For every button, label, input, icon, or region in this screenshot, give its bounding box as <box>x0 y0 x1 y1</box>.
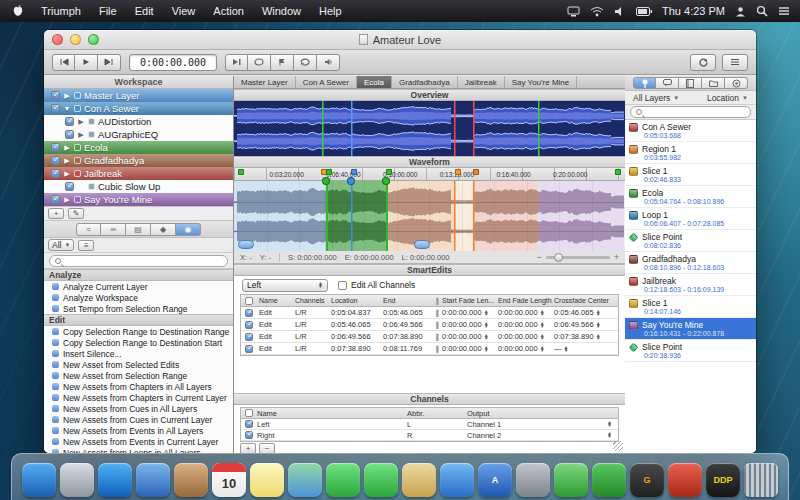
start-fade-cell[interactable]: 0:00:00.000▲▼ <box>442 320 498 329</box>
marker-list-item[interactable]: Gradfadhadya 0:08:10.896 - 0:12:18.603 <box>625 252 756 274</box>
edit-end[interactable]: 0:08:11.769 <box>383 344 435 353</box>
edit-end[interactable]: 0:05:46.065 <box>383 308 435 317</box>
dock-icon[interactable] <box>326 463 360 497</box>
edit-layer-button[interactable]: ✎ <box>68 208 84 219</box>
layers-filter-popup[interactable]: All Layers▼ <box>630 92 682 104</box>
dock-icon[interactable] <box>668 463 702 497</box>
disclosure-triangle-icon[interactable]: ▶ <box>77 131 85 139</box>
disclosure-triangle-icon[interactable]: ▶ <box>63 92 71 100</box>
marker-list-item[interactable]: Loop 1 0:06:06.407 - 0:07:28.085 <box>625 208 756 230</box>
command-item[interactable]: Copy Selection Range to Destination Rang… <box>44 326 233 337</box>
edit-checkbox[interactable] <box>245 333 253 341</box>
dock-icon[interactable] <box>22 463 56 497</box>
tab-con-a-sewer[interactable]: Con A Sewer <box>296 76 357 88</box>
command-item[interactable]: New Assets from Events in All Layers <box>44 425 233 436</box>
end-fade-cell[interactable]: 0:00:00.000▲▼ <box>498 320 554 329</box>
layer-checkbox[interactable] <box>51 169 60 178</box>
loop-handle-right[interactable] <box>414 240 430 249</box>
menu-item[interactable]: View <box>163 0 205 22</box>
dock-icon[interactable] <box>554 463 588 497</box>
command-item[interactable]: Set Tempo from Selection Range <box>44 303 233 314</box>
layer-tree-row[interactable]: Cubic Slow Up <box>44 180 233 193</box>
skip-forward-button[interactable] <box>98 54 121 71</box>
command-item[interactable]: New Assets from Cues in All Layers <box>44 403 233 414</box>
marker-flag-icon[interactable] <box>326 169 332 175</box>
marker-flag-icon[interactable] <box>615 169 621 175</box>
layer-tree-row[interactable]: ▼ Con A Sewer <box>44 102 233 115</box>
end-fade-cell[interactable]: 0:00:00.000▲▼ <box>498 308 554 317</box>
timeline-ruler[interactable]: 0:03:20.0000:06:40.0000:10:00.0000:13:20… <box>234 168 625 181</box>
zoom-in-icon[interactable]: + <box>614 252 619 262</box>
crossfade-cell[interactable]: —▲▼ <box>554 344 612 353</box>
volume-icon[interactable] <box>614 6 626 17</box>
tab-gradfadhadya[interactable]: Gradfadhadya <box>392 76 458 88</box>
waveform-mode-icon[interactable]: ≈ <box>76 223 101 236</box>
marker-button[interactable] <box>271 54 294 71</box>
marker-list-item[interactable]: Slice Point 0:08:02.836 <box>625 230 756 252</box>
end-fade-cell[interactable]: 0:00:00.000▲▼ <box>498 344 554 353</box>
smartedit-row[interactable]: Edit L/R 0:06:49.566 0:07:38.890 ▌ 0:00:… <box>241 331 618 343</box>
command-item[interactable]: New Asset from Selection Range <box>44 370 233 381</box>
display-icon[interactable] <box>567 6 580 17</box>
play-selection-button[interactable] <box>225 54 248 71</box>
speaker-button[interactable] <box>317 54 340 71</box>
layer-checkbox[interactable] <box>51 195 60 204</box>
dock-icon[interactable]: A <box>478 463 512 497</box>
minimize-button[interactable] <box>70 34 81 45</box>
layer-checkbox[interactable] <box>51 143 60 152</box>
command-item[interactable]: Copy Selection Range to Destination Star… <box>44 337 233 348</box>
add-layer-button[interactable]: + <box>48 208 64 219</box>
edit-location[interactable]: 0:06:49.566 <box>331 332 383 341</box>
remove-channel-button[interactable]: − <box>259 443 275 453</box>
spotlight-icon[interactable] <box>756 5 768 17</box>
tab-master-layer[interactable]: Master Layer <box>234 76 296 88</box>
edit-checkbox[interactable] <box>245 321 253 329</box>
tab-jailbreak[interactable]: Jailbreak <box>458 76 505 88</box>
cycle-button[interactable] <box>294 54 317 71</box>
marker-list-item[interactable]: Con A Sewer 0:05:03.668 <box>625 120 756 142</box>
crossfade-cell[interactable]: 0:05:46.065▲▼ <box>554 308 612 317</box>
playhead-handle[interactable] <box>347 177 355 185</box>
crossfade-cell[interactable]: 0:07:38.890▲▼ <box>554 332 612 341</box>
smartedit-row[interactable]: Edit L/R 0:05:46.065 0:06:49.566 ▌ 0:00:… <box>241 319 618 331</box>
marker-flag-icon[interactable] <box>238 169 244 175</box>
edit-end[interactable]: 0:06:49.566 <box>383 320 435 329</box>
disclosure-triangle-icon[interactable]: ▶ <box>63 196 71 204</box>
tab-say-youre-mine[interactable]: Say You're Mine <box>505 76 578 88</box>
edit-end[interactable]: 0:07:38.890 <box>383 332 435 341</box>
marker-list-item[interactable]: Say You're Mine 0:16:10.431 - 0:22:00.87… <box>625 318 756 340</box>
command-item[interactable]: New Assets from Cues in Current Layer <box>44 414 233 425</box>
dock-icon[interactable] <box>440 463 474 497</box>
command-item[interactable]: Analyze Current Layer <box>44 281 233 292</box>
comments-tab-icon[interactable] <box>656 77 679 89</box>
apple-menu-icon[interactable] <box>12 4 24 18</box>
add-channel-button[interactable]: + <box>240 443 256 453</box>
command-item[interactable]: New Assets from Chapters in Current Laye… <box>44 392 233 403</box>
overview-panel[interactable] <box>234 101 625 156</box>
channel-select-popup[interactable]: Left ▲▼ <box>242 279 328 292</box>
start-fade-cell[interactable]: 0:00:00.000▲▼ <box>442 332 498 341</box>
dock-icon[interactable] <box>136 463 170 497</box>
dock-icon[interactable] <box>288 463 322 497</box>
start-fade-cell[interactable]: 0:00:00.000▲▼ <box>442 308 498 317</box>
channel-output-popup[interactable]: Channel 2▲▼ <box>467 431 618 440</box>
command-item[interactable]: Insert Silence... <box>44 348 233 359</box>
zoom-button[interactable] <box>88 34 99 45</box>
end-fade-cell[interactable]: 0:00:00.000▲▼ <box>498 332 554 341</box>
dock-icon[interactable] <box>250 463 284 497</box>
waveform-canvas[interactable] <box>234 181 624 251</box>
layer-tree-row[interactable]: ▶ Jailbreak <box>44 167 233 180</box>
time-display[interactable]: 0:00:00.000 <box>129 54 217 71</box>
menu-item[interactable]: Edit <box>126 0 163 22</box>
play-button[interactable] <box>75 54 98 71</box>
menu-clock[interactable]: Thu 4:23 PM <box>662 5 725 17</box>
markers-search-input[interactable] <box>630 106 751 118</box>
start-fade-cell[interactable]: 0:00:00.000▲▼ <box>442 344 498 353</box>
channel-output-popup[interactable]: Channel 1▲▼ <box>467 420 618 429</box>
view-options-button[interactable] <box>722 54 748 71</box>
marker-flag-icon[interactable] <box>386 169 392 175</box>
title-bar[interactable]: Amateur Love <box>44 30 756 50</box>
menu-item[interactable]: File <box>90 0 126 22</box>
disclosure-triangle-icon[interactable]: ▶ <box>77 118 85 126</box>
dock-icon[interactable] <box>60 463 94 497</box>
